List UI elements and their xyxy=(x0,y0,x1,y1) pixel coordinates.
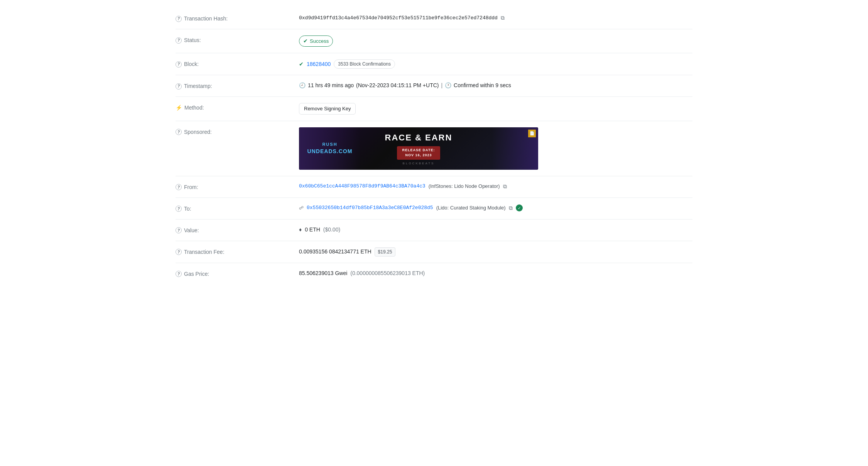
confirmed-text: Confirmed within 9 secs xyxy=(454,81,511,89)
value-row: ? Value: ♦ 0 ETH ($0.00) xyxy=(176,219,692,241)
timestamp-label-text: Timestamp: xyxy=(184,82,212,90)
datetime-text: (Nov-22-2023 04:15:11 PM +UTC) xyxy=(356,81,439,89)
block-label-text: Block: xyxy=(184,60,199,68)
time-ago-text: 11 hrs 49 mins ago xyxy=(308,81,354,89)
timestamp-value: 🕘 11 hrs 49 mins ago (Nov-22-2023 04:15:… xyxy=(299,81,692,89)
method-value: Remove Signing Key xyxy=(299,103,692,115)
ad-corner-icon: 📄 xyxy=(528,130,536,137)
status-badge: ✔ Success xyxy=(299,35,333,47)
ad-blockbeats-text: BLOCKBEATS xyxy=(385,161,453,166)
help-icon-sponsored[interactable]: ? xyxy=(176,129,182,135)
to-name-text: (Lido: Curated Staking Module) xyxy=(436,204,506,212)
status-row: ? Status: ✔ Success xyxy=(176,29,692,53)
ad-center-section: RACE & EARN RELEASE DATE: NOV 16, 2023 B… xyxy=(385,131,453,166)
from-label-text: From: xyxy=(184,183,198,191)
gas-label: ? Gas Price: xyxy=(176,269,299,278)
fee-usd-text: $19.25 xyxy=(378,248,392,255)
status-label: ? Status: xyxy=(176,35,299,44)
fee-label: ? Transaction Fee: xyxy=(176,247,299,256)
hash-text: 0xd9d9419ffd13c4a4e67534de704952cf53e515… xyxy=(299,14,498,22)
gas-label-text: Gas Price: xyxy=(184,270,209,278)
ad-left-section: RUSH UNDEADS.COM xyxy=(299,127,361,170)
transaction-hash-value: 0xd9d9419ffd13c4a4e67534de704952cf53e515… xyxy=(299,14,692,22)
status-value: ✔ Success xyxy=(299,35,692,47)
value-value: ♦ 0 ETH ($0.00) xyxy=(299,226,692,234)
contract-icon: ☍ xyxy=(299,204,304,211)
lightning-icon: ⚡ xyxy=(176,104,182,112)
help-icon-block[interactable]: ? xyxy=(176,61,182,68)
gas-gwei-text: 85.506239013 Gwei (0.000000085506239013 … xyxy=(299,269,425,277)
hash-label-text: Transaction Hash: xyxy=(184,15,228,23)
to-verified-icon: ✓ xyxy=(516,204,523,211)
value-label: ? Value: xyxy=(176,226,299,235)
usd-amount: ($0.00) xyxy=(323,226,340,233)
transaction-hash-row: ? Transaction Hash: 0xd9d9419ffd13c4a4e6… xyxy=(176,8,692,29)
confirm-clock-icon: 🕐 xyxy=(445,81,451,89)
ad-title-text: RACE & EARN xyxy=(385,131,453,144)
to-label: ? To: xyxy=(176,204,299,213)
sponsored-value: RUSH UNDEADS.COM RACE & EARN RELEASE DAT… xyxy=(299,127,692,170)
transaction-hash-label: ? Transaction Hash: xyxy=(176,14,299,23)
from-name-text: (InfStones: Lido Node Operator) xyxy=(429,182,500,190)
ad-release-box: RELEASE DATE: NOV 16, 2023 xyxy=(397,146,441,160)
method-label: ⚡ Method: xyxy=(176,103,299,112)
from-label: ? From: xyxy=(176,182,299,191)
gas-row: ? Gas Price: 85.506239013 Gwei (0.000000… xyxy=(176,263,692,285)
status-label-text: Status: xyxy=(184,36,201,44)
help-icon-hash[interactable]: ? xyxy=(176,16,182,22)
fee-row: ? Transaction Fee: 0.00935156 0842134771… xyxy=(176,241,692,263)
to-label-text: To: xyxy=(184,205,191,213)
timestamp-text: 🕘 11 hrs 49 mins ago (Nov-22-2023 04:15:… xyxy=(299,81,511,89)
separator: | xyxy=(441,81,442,89)
to-row: ? To: ☍ 0x55032650b14df07b85bF18A3a3eC8E… xyxy=(176,198,692,219)
sponsored-row: ? Sponsored: RUSH UNDEADS.COM RACE & EAR… xyxy=(176,121,692,176)
sponsored-label: ? Sponsored: xyxy=(176,127,299,136)
block-number-link[interactable]: 18628400 xyxy=(307,60,331,68)
method-badge: Remove Signing Key xyxy=(299,103,356,115)
from-value: 0x60bC65e1ccA448F98578F8d9f9AB64c3BA70a4… xyxy=(299,182,692,191)
gas-eth: (0.000000085506239013 ETH) xyxy=(350,270,425,276)
confirmations-badge: 3533 Block Confirmations xyxy=(334,59,395,69)
status-text: Success xyxy=(310,37,329,45)
ad-release-date: NOV 16, 2023 xyxy=(402,153,435,158)
help-icon-timestamp[interactable]: ? xyxy=(176,83,182,89)
method-label-text: Method: xyxy=(184,104,204,112)
ad-rush-text: RUSH xyxy=(307,141,353,148)
fee-value: 0.00935156 0842134771 ETH $19.25 xyxy=(299,247,692,257)
value-amount-text: 0 ETH ($0.00) xyxy=(305,226,340,234)
fee-amount-text: 0.00935156 0842134771 ETH xyxy=(299,248,372,256)
ad-release-label: RELEASE DATE: xyxy=(402,148,435,153)
timestamp-row: ? Timestamp: 🕘 11 hrs 49 mins ago (Nov-2… xyxy=(176,75,692,97)
help-icon-to[interactable]: ? xyxy=(176,206,182,212)
help-icon-gas[interactable]: ? xyxy=(176,271,182,277)
confirmations-text: 3533 Block Confirmations xyxy=(338,61,391,68)
sponsored-ad-banner[interactable]: RUSH UNDEADS.COM RACE & EARN RELEASE DAT… xyxy=(299,127,538,170)
eth-amount: 0 ETH xyxy=(305,226,320,233)
value-label-text: Value: xyxy=(184,226,199,235)
block-label: ? Block: xyxy=(176,59,299,68)
help-icon-status[interactable]: ? xyxy=(176,37,182,44)
block-check-icon: ✔ xyxy=(299,60,304,68)
help-icon-from[interactable]: ? xyxy=(176,184,182,190)
clock-icon: 🕘 xyxy=(299,81,306,89)
help-icon-fee[interactable]: ? xyxy=(176,249,182,255)
copy-hash-icon[interactable]: ⧉ xyxy=(501,14,505,22)
method-text: Remove Signing Key xyxy=(304,105,351,113)
ad-undeads-text: UNDEADS.COM xyxy=(307,147,353,155)
copy-to-icon[interactable]: ⧉ xyxy=(509,204,513,212)
gas-value: 85.506239013 Gwei (0.000000085506239013 … xyxy=(299,269,692,277)
method-row: ⚡ Method: Remove Signing Key xyxy=(176,97,692,121)
copy-from-icon[interactable]: ⧉ xyxy=(503,182,507,191)
success-check-icon: ✔ xyxy=(303,37,308,45)
from-address-link[interactable]: 0x60bC65e1ccA448F98578F8d9f9AB64c3BA70a4… xyxy=(299,182,426,190)
eth-diamond-icon: ♦ xyxy=(299,226,302,234)
from-row: ? From: 0x60bC65e1ccA448F98578F8d9f9AB64… xyxy=(176,176,692,198)
to-value: ☍ 0x55032650b14df07b85bF18A3a3eC8E0Af2e0… xyxy=(299,204,692,212)
fee-label-text: Transaction Fee: xyxy=(184,248,225,256)
block-row: ? Block: ✔ 18628400 3533 Block Confirmat… xyxy=(176,53,692,75)
help-icon-value[interactable]: ? xyxy=(176,227,182,233)
timestamp-label: ? Timestamp: xyxy=(176,81,299,90)
sponsored-label-text: Sponsored: xyxy=(184,128,212,136)
fee-usd-badge: $19.25 xyxy=(375,247,396,257)
to-address-link[interactable]: 0x55032650b14df07b85bF18A3a3eC8E0Af2e028… xyxy=(307,204,433,212)
